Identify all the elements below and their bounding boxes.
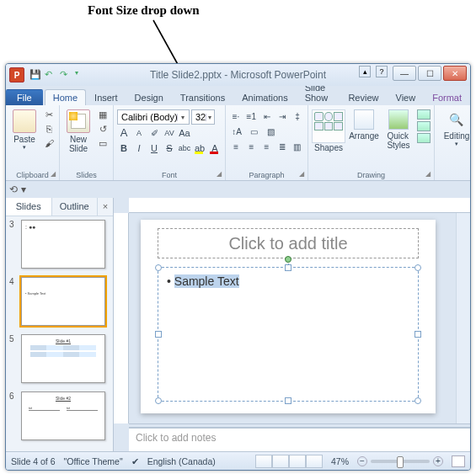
grow-font-button[interactable]: A <box>117 126 131 140</box>
thumbnail-list[interactable]: 3 : ●● 4 • Sample Text 5 Slide #1 6 Slid… <box>6 216 113 451</box>
close-button[interactable]: ✕ <box>443 66 467 81</box>
save-icon[interactable]: 💾 <box>29 69 41 81</box>
resize-handle-n[interactable] <box>285 264 291 271</box>
shape-fill-icon[interactable] <box>417 109 431 120</box>
ribbon-minimize-icon[interactable]: ▴ <box>359 66 371 77</box>
bold-button[interactable]: B <box>117 141 131 155</box>
thumb-tab-outline[interactable]: Outline <box>52 198 99 216</box>
underline-button[interactable]: U <box>147 141 161 155</box>
fit-to-window-button[interactable] <box>452 455 465 467</box>
rotate-handle-icon[interactable] <box>285 256 291 263</box>
zoom-slider[interactable] <box>371 460 430 463</box>
resize-handle-sw[interactable] <box>155 397 162 404</box>
font-name-combo[interactable]: Calibri (Body) ▾ <box>117 109 190 125</box>
status-spellcheck-icon[interactable]: ✔ <box>131 456 139 466</box>
new-slide-button[interactable]: New Slide <box>63 108 94 153</box>
bullets-button[interactable]: ≡· <box>229 109 243 123</box>
layout-icon[interactable]: ▦ <box>96 109 110 121</box>
format-painter-icon[interactable]: 🖌 <box>42 138 56 150</box>
highlight-button[interactable]: ab <box>193 141 206 155</box>
columns-button[interactable]: ▥ <box>291 140 304 153</box>
help-icon[interactable]: ? <box>376 66 388 77</box>
maximize-button[interactable]: ☐ <box>418 66 441 81</box>
thumbnail-6[interactable]: 6 Slide #2txttxt <box>9 391 110 440</box>
shrink-font-button[interactable]: A <box>132 126 146 140</box>
tab-file[interactable]: File <box>6 89 43 105</box>
prev-slide-icon[interactable]: ⟲ <box>9 184 18 195</box>
tab-format[interactable]: Format <box>424 89 470 105</box>
paste-button[interactable]: Paste ▾ <box>9 108 40 151</box>
font-color-button[interactable]: A <box>208 141 222 155</box>
status-language[interactable]: English (Canada) <box>147 456 216 466</box>
powerpoint-icon[interactable]: P <box>9 67 24 83</box>
zoom-out-button[interactable]: − <box>357 456 367 466</box>
minimize-button[interactable]: — <box>393 66 416 81</box>
zoom-in-button[interactable]: + <box>433 456 443 466</box>
inc-indent-button[interactable]: ⇥ <box>275 109 289 123</box>
font-size-combo[interactable]: 32 ▾ <box>191 109 215 125</box>
align-right-button[interactable]: ≡ <box>259 140 273 153</box>
reset-icon[interactable]: ↺ <box>96 124 110 136</box>
quick-styles-button[interactable]: Quick Styles <box>382 108 414 150</box>
align-center-button[interactable]: ≡ <box>244 140 258 153</box>
convert-smartart-button[interactable]: ▧ <box>263 125 278 138</box>
normal-view-button[interactable] <box>255 455 272 468</box>
text-direction-button[interactable]: ↕A <box>229 125 244 138</box>
tab-home[interactable]: Home <box>45 89 86 105</box>
tab-view[interactable]: View <box>388 89 425 105</box>
thumb-close-icon[interactable]: × <box>98 198 113 216</box>
thumb-tab-slides[interactable]: Slides <box>6 198 52 216</box>
justify-button[interactable]: ≣ <box>275 140 289 153</box>
resize-handle-nw[interactable] <box>155 264 162 271</box>
shape-effects-icon[interactable] <box>417 133 431 143</box>
shadow-button[interactable]: abc <box>178 141 191 155</box>
reading-view-button[interactable] <box>289 455 306 468</box>
thumbnail-3[interactable]: 3 : ●● <box>9 220 110 269</box>
resize-handle-s[interactable] <box>285 397 291 404</box>
section-icon[interactable]: ▭ <box>96 138 110 150</box>
slideshow-view-button[interactable] <box>306 455 323 468</box>
shape-outline-icon[interactable] <box>417 121 431 131</box>
slide-canvas[interactable]: Click to add title <box>129 213 456 423</box>
resize-handle-w[interactable] <box>155 331 162 338</box>
tab-insert[interactable]: Insert <box>86 89 126 105</box>
vertical-ruler[interactable] <box>114 213 129 423</box>
shapes-button[interactable]: Shapes <box>312 108 345 152</box>
thumbnail-5[interactable]: 5 Slide #1 <box>9 334 110 383</box>
editing-button[interactable]: Editing ▾ <box>438 108 471 147</box>
tab-transitions[interactable]: Transitions <box>172 89 233 105</box>
line-spacing-button[interactable]: ‡ <box>291 109 304 123</box>
content-text[interactable]: • Sample Text <box>167 274 239 288</box>
redo-icon[interactable]: ↷ <box>60 69 72 81</box>
tab-design[interactable]: Design <box>126 89 172 105</box>
align-text-button[interactable]: ▭ <box>246 125 261 138</box>
resize-handle-e[interactable] <box>414 331 421 338</box>
resize-handle-ne[interactable] <box>414 264 421 271</box>
status-theme[interactable]: "Office Theme" <box>64 456 123 466</box>
title-placeholder[interactable]: Click to add title <box>158 228 419 258</box>
status-slide[interactable]: Slide 4 of 6 <box>11 456 56 466</box>
strike-button[interactable]: S <box>163 141 176 155</box>
clear-format-button[interactable]: ✐ <box>147 126 161 140</box>
horizontal-ruler[interactable] <box>129 198 470 213</box>
italic-button[interactable]: I <box>132 141 146 155</box>
tab-animations[interactable]: Animations <box>233 89 296 105</box>
copy-icon[interactable]: ⎘ <box>42 124 56 136</box>
sorter-view-button[interactable] <box>272 455 289 468</box>
align-left-button[interactable]: ≡ <box>229 140 243 153</box>
font-size-dropdown-icon[interactable]: ▾ <box>206 114 212 121</box>
undo-icon[interactable]: ↶ <box>45 69 56 81</box>
char-spacing-button[interactable]: AV <box>163 126 176 140</box>
content-placeholder[interactable]: • Sample Text <box>158 267 419 402</box>
zoom-level[interactable]: 47% <box>331 456 349 466</box>
tab-review[interactable]: Review <box>340 89 387 105</box>
thumbnail-4[interactable]: 4 • Sample Text <box>9 277 110 326</box>
chevron-down-icon[interactable]: ▾ <box>177 114 187 121</box>
qat-dropdown-icon[interactable]: ▾ <box>75 69 87 81</box>
arrange-button[interactable]: Arrange <box>348 108 380 141</box>
vertical-scrollbar[interactable] <box>456 213 470 423</box>
dec-indent-button[interactable]: ⇤ <box>259 109 273 123</box>
notes-pane[interactable]: Click to add notes <box>129 428 470 451</box>
numbering-button[interactable]: ≡1 <box>244 109 258 123</box>
resize-handle-se[interactable] <box>414 397 421 404</box>
